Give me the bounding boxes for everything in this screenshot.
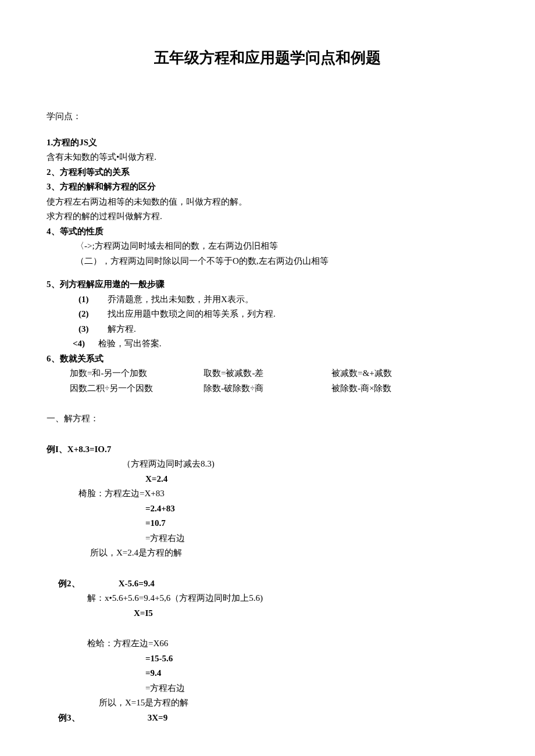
example-1-check-head: 椅脸：方程左边=X+83	[79, 487, 488, 500]
example-1-line-1: （方程两边同时减去8.3)	[122, 457, 488, 471]
example-1-line-2: X=2.4	[145, 472, 488, 486]
example-2-line-1: 解：x•5.6+5.6=9.4+5,6（方程两边同时加上5.6)	[87, 592, 488, 605]
point-4-body-1: 〈->;方程两边同时域去相同的数，左右两边仍旧相等	[76, 239, 488, 253]
point-5-head: 5、列方程解应用遨的一般步骤	[47, 278, 488, 291]
relation-row-1: 加数=和-另一个加数 取数=被减数-差 被减数=&+减数	[70, 367, 488, 380]
knowledge-heading: 学问点：	[47, 110, 488, 123]
point-1-head: 1.方程的JS义	[47, 136, 488, 149]
point-4-body-2: （二），方程两边同时除以同一个不等于O的数,左右两边仍山相等	[76, 255, 488, 268]
point-3-head: 3、方程的解和解方程的区分	[47, 180, 488, 194]
example-2-line-2: X=I5	[134, 607, 488, 620]
example-2-line-4: =9.4	[145, 667, 488, 680]
example-1-line-3: =2.4+83	[145, 502, 488, 515]
doc-title: 五年级方程和应用题学问点和例题	[47, 46, 488, 69]
example-3-label: 例3、 3X=9	[58, 711, 488, 725]
example-2-label: 例2、 X-5.6=9.4	[58, 577, 488, 590]
example-1-line-5: =方程右边	[145, 532, 488, 545]
point-6-head: 6、数就关系式	[47, 352, 488, 366]
example-1-line-4: =10.7	[145, 517, 488, 530]
point-5-step-2: (2) 找出应用题中数琐之间的相等关系，列方程.	[79, 307, 488, 321]
example-1-conclusion: 所以，X=2.4是方程的解	[90, 546, 488, 560]
example-1-label: 例I、X+8.3=IO.7	[47, 443, 488, 456]
point-2-head: 2、方程利等式的关系	[47, 166, 488, 179]
point-5-step-1: (1) 乔清题意，找出未知数，并用X表示。	[79, 293, 488, 306]
page: 五年级方程和应用题学问点和例题 学问点： 1.方程的JS义 含有未知数的等式•叫…	[0, 0, 535, 756]
point-3-body-1: 使方程左右两边相等的未知数的值，叫做方程的解。	[47, 195, 488, 209]
point-5-step-3: (3) 解方程.	[79, 323, 488, 336]
example-2-check-head: 检蛤：方程左边=X66	[87, 637, 488, 650]
section-1-heading: 一、解方程：	[47, 412, 488, 425]
point-3-body-2: 求方程的解的过程叫做解方程.	[47, 210, 488, 223]
example-2-line-5: =方程右边	[145, 682, 488, 695]
example-2-line-3: =15-5.6	[145, 652, 488, 665]
point-1-body: 含有未知数的等式•叫做方程.	[47, 151, 488, 164]
point-4-head: 4、等式的性质	[47, 225, 488, 238]
point-5-step-4: <4) 检验，写出答案.	[73, 337, 488, 350]
example-2-conclusion: 所以，X=15是方程的解	[99, 696, 488, 710]
relation-row-2: 因数二积÷另一个因数 除数-破除数÷商 被除数-商×除数	[70, 382, 488, 395]
